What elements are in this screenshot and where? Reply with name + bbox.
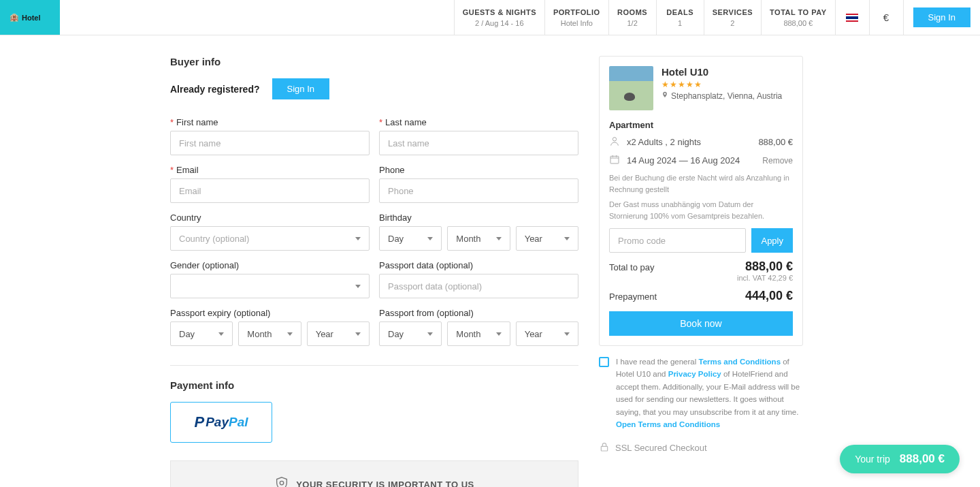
paypal-p-icon: P	[194, 413, 204, 431]
terms-pre: I have read the general	[616, 358, 698, 366]
nav-guests-nights[interactable]: GUESTS & NIGHTS 2 / Aug 14 - 16	[454, 0, 544, 35]
nav-services[interactable]: SERVICES 2	[704, 0, 761, 35]
hotel-logo-icon: 🏨	[10, 13, 19, 22]
passport-expiry-triple: Day Month Year	[170, 321, 370, 346]
from-day-select[interactable]: Day	[379, 321, 442, 346]
field-country: Country Country (optional)	[170, 213, 370, 251]
email-input[interactable]	[170, 178, 370, 203]
field-email: *Email	[170, 165, 370, 203]
birthday-triple: Day Month Year	[379, 226, 578, 251]
nav-portfolio[interactable]: PORTFOLIO Hotel Info	[544, 0, 608, 35]
logo[interactable]: 🏨 Hotel	[0, 0, 60, 35]
field-last-name: *Last name	[379, 117, 578, 155]
label-birthday: Birthday	[379, 213, 578, 223]
dates-text: 14 Aug 2024 — 16 Aug 2024	[627, 155, 740, 166]
map-pin-icon	[662, 91, 668, 101]
birthday-day-select[interactable]: Day	[379, 226, 442, 251]
country-select[interactable]: Country (optional)	[170, 226, 370, 251]
hotel-header: Hotel U10 ★★★★★ Stephansplatz, Vienna, A…	[609, 66, 793, 110]
passport-data-input[interactable]	[379, 274, 578, 298]
guests-text: x2 Adults , 2 nights	[627, 137, 701, 147]
last-name-input[interactable]	[379, 131, 578, 155]
birthday-year-select[interactable]: Year	[516, 226, 578, 251]
shield-icon	[274, 476, 289, 487]
nav-value: 2	[730, 19, 734, 27]
expiry-month-select[interactable]: Month	[238, 321, 301, 346]
open-terms-link[interactable]: Open Terms and Conditions	[616, 420, 720, 428]
paypal-option[interactable]: P PayPal	[170, 402, 272, 443]
nav-value: 888,00 €	[783, 19, 813, 27]
uk-flag-icon	[846, 14, 858, 22]
label-first-name: *First name	[170, 117, 370, 127]
hotel-meta: Hotel U10 ★★★★★ Stephansplatz, Vienna, A…	[662, 66, 782, 110]
signin-cell: Sign In	[903, 0, 980, 35]
nav-label: SERVICES	[713, 8, 753, 16]
lock-icon	[599, 441, 610, 454]
passport-from-triple: Day Month Year	[379, 321, 578, 346]
apply-button[interactable]: Apply	[751, 228, 793, 253]
terms-checkbox[interactable]	[599, 357, 609, 367]
first-name-input[interactable]	[170, 131, 370, 155]
total-row: Total to pay 888,00 €	[609, 260, 793, 274]
chevron-down-icon	[564, 332, 570, 336]
security-header: YOUR SECURITY IS IMPORTANT TO US	[186, 476, 563, 487]
field-passport-expiry: Passport expiry (optional) Day Month Yea…	[170, 308, 370, 346]
svg-rect-2	[610, 156, 619, 163]
chevron-down-icon	[496, 237, 502, 240]
chevron-down-icon	[355, 237, 361, 240]
nav-label: GUESTS & NIGHTS	[463, 8, 536, 16]
field-phone: Phone	[379, 165, 578, 203]
nav-rooms[interactable]: ROOMS 1/2	[608, 0, 656, 35]
ssl-row: SSL Secured Checkout	[599, 441, 803, 454]
nav-value: 1	[678, 19, 682, 27]
book-now-button[interactable]: Book now	[609, 311, 793, 336]
label-phone: Phone	[379, 165, 578, 175]
birthday-month-select[interactable]: Month	[447, 226, 510, 251]
currency-selector[interactable]: €	[869, 0, 903, 35]
ssl-text: SSL Secured Checkout	[615, 443, 707, 453]
promo-input[interactable]	[609, 228, 746, 253]
chevron-down-icon	[355, 285, 361, 288]
policy-text-2: Der Gast muss unabhängig vom Datum der S…	[609, 199, 793, 221]
label-passport-from: Passport from (optional)	[379, 308, 578, 318]
form-column: Buyer info Already registered? Sign In *…	[170, 56, 578, 487]
phone-input[interactable]	[379, 178, 578, 203]
already-registered-label: Already registered?	[170, 84, 260, 95]
expiry-year-select[interactable]: Year	[307, 321, 370, 346]
guests-price: 888,00 €	[758, 137, 793, 147]
paypal-logo-text: PayPal	[206, 415, 248, 430]
label-email: *Email	[170, 165, 370, 175]
language-selector[interactable]	[835, 0, 869, 35]
pill-label: Your trip	[855, 454, 890, 465]
your-trip-pill[interactable]: Your trip 888,00 €	[840, 445, 960, 473]
nav-total[interactable]: TOTAL TO PAY 888,00 €	[761, 0, 834, 35]
signin-inline-button[interactable]: Sign In	[272, 78, 329, 99]
divider	[170, 365, 578, 366]
paypal-text-2: Pal	[229, 415, 248, 429]
promo-row: Apply	[609, 228, 793, 253]
nav-label: TOTAL TO PAY	[770, 8, 826, 16]
buyer-info-title: Buyer info	[170, 56, 578, 67]
nav-deals[interactable]: DEALS 1	[656, 0, 704, 35]
remove-link[interactable]: Remove	[762, 156, 793, 166]
summary-column: Hotel U10 ★★★★★ Stephansplatz, Vienna, A…	[599, 56, 803, 454]
from-month-select[interactable]: Month	[447, 321, 510, 346]
chevron-down-icon	[218, 332, 224, 336]
field-passport-from: Passport from (optional) Day Month Year	[379, 308, 578, 346]
field-passport-data: Passport data (optional)	[379, 260, 578, 298]
signin-button[interactable]: Sign In	[913, 7, 970, 27]
gender-select[interactable]	[170, 274, 370, 298]
currency-symbol: €	[883, 12, 889, 23]
topbar-spacer	[60, 0, 454, 35]
privacy-link[interactable]: Privacy Policy	[668, 370, 721, 378]
total-amount: 888,00 €	[745, 260, 793, 274]
summary-card: Hotel U10 ★★★★★ Stephansplatz, Vienna, A…	[599, 56, 803, 346]
from-year-select[interactable]: Year	[516, 321, 578, 346]
chevron-down-icon	[427, 332, 433, 336]
terms-link[interactable]: Terms and Conditions	[698, 358, 781, 366]
hotel-location: Stephansplatz, Vienna, Austria	[662, 91, 782, 101]
nav-value: 2 / Aug 14 - 16	[475, 19, 524, 27]
policy-text-1: Bei der Buchung die erste Nacht wird als…	[609, 172, 793, 195]
chevron-down-icon	[355, 332, 361, 336]
expiry-day-select[interactable]: Day	[170, 321, 233, 346]
